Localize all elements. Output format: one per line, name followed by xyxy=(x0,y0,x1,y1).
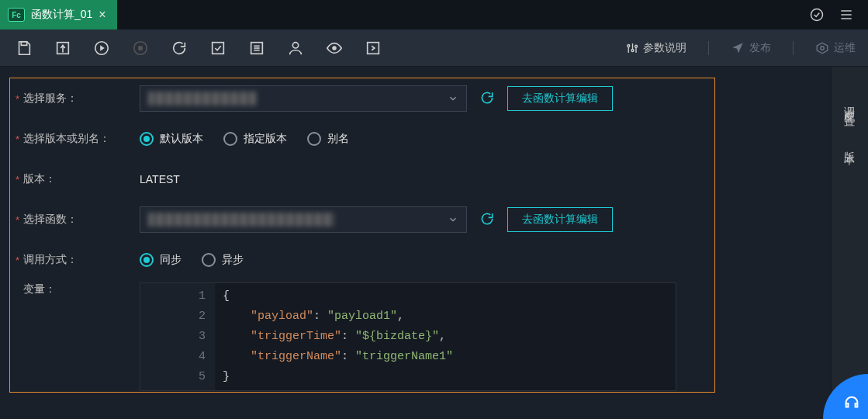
radio-alias[interactable]: 别名 xyxy=(307,132,349,146)
label-variables: 变量： xyxy=(16,282,140,296)
svg-point-26 xyxy=(821,46,825,50)
toolbar: 参数说明 发布 运维 xyxy=(0,29,868,67)
radio-default-version[interactable]: 默认版本 xyxy=(140,132,203,146)
radio-default-label: 默认版本 xyxy=(160,132,203,146)
svg-rect-10 xyxy=(138,46,143,50)
tab-bar: Fc 函数计算_01 × xyxy=(0,0,868,29)
publish-button[interactable]: 发布 xyxy=(731,41,771,55)
radio-specific-version[interactable]: 指定版本 xyxy=(223,132,287,146)
radio-sync[interactable]: 同步 xyxy=(140,253,182,267)
params-desc-label: 参数说明 xyxy=(643,41,686,55)
ops-label: 运维 xyxy=(834,41,856,55)
svg-point-0 xyxy=(811,9,823,21)
svg-point-23 xyxy=(635,45,638,47)
sync-status-icon[interactable] xyxy=(809,7,825,23)
line-no: 4 xyxy=(140,347,206,367)
editor-code[interactable]: { "payload": "payload1", "triggerTime": … xyxy=(215,283,676,390)
separator xyxy=(708,41,709,55)
svg-rect-11 xyxy=(213,42,224,54)
svg-rect-18 xyxy=(368,42,379,54)
function-select[interactable] xyxy=(140,206,467,233)
run-icon[interactable] xyxy=(93,40,110,57)
fc-badge: Fc xyxy=(8,8,25,22)
edit-function-button[interactable]: 去函数计算编辑 xyxy=(507,207,613,232)
line-no: 5 xyxy=(140,367,206,387)
svg-point-17 xyxy=(332,46,337,50)
export-icon[interactable] xyxy=(365,40,382,57)
user-icon[interactable] xyxy=(287,40,304,57)
side-panel: 调度配置 版本 xyxy=(831,67,868,419)
reload-icon[interactable] xyxy=(171,40,188,57)
service-select[interactable] xyxy=(140,85,467,112)
label-select-function: 选择函数： xyxy=(16,213,140,227)
tab-close-icon[interactable]: × xyxy=(99,8,105,22)
radio-async-label: 异步 xyxy=(222,253,244,267)
refresh-function-icon[interactable] xyxy=(479,211,495,229)
line-no: 2 xyxy=(140,306,206,327)
version-value: LATEST xyxy=(140,173,180,185)
label-select-service: 选择服务： xyxy=(16,92,140,106)
checkbox-icon[interactable] xyxy=(209,40,227,57)
editor-gutter: 1 2 3 4 5 xyxy=(140,283,215,390)
tab-active[interactable]: Fc 函数计算_01 × xyxy=(0,0,117,29)
svg-point-21 xyxy=(631,49,634,51)
radio-sync-label: 同步 xyxy=(160,253,182,267)
params-desc-button[interactable]: 参数说明 xyxy=(624,41,686,55)
eye-icon[interactable] xyxy=(326,40,343,57)
separator xyxy=(793,41,794,55)
svg-rect-4 xyxy=(21,41,26,45)
side-tab-version[interactable]: 版本 xyxy=(843,143,857,149)
stop-icon xyxy=(132,40,149,57)
json-editor[interactable]: 1 2 3 4 5 { "payload": "payload1", "trig… xyxy=(140,282,676,391)
label-select-version-alias: 选择版本或别名： xyxy=(16,132,140,146)
label-invoke-mode: 调用方式： xyxy=(16,253,140,267)
headset-icon xyxy=(843,394,860,411)
hamburger-menu-icon[interactable] xyxy=(839,7,854,23)
save-icon[interactable] xyxy=(16,40,33,57)
refresh-service-icon[interactable] xyxy=(479,90,495,108)
upload-icon[interactable] xyxy=(54,40,71,57)
main-area: 选择服务： 去函数计算编辑 选择版本或别名： 默认版本 指定版本 别名 版本： xyxy=(0,67,868,419)
list-icon[interactable] xyxy=(248,40,265,57)
radio-async[interactable]: 异步 xyxy=(202,253,244,267)
form-zone: 选择服务： 去函数计算编辑 选择版本或别名： 默认版本 指定版本 别名 版本： xyxy=(0,67,831,419)
chevron-down-icon xyxy=(448,214,458,225)
chevron-down-icon xyxy=(448,93,458,104)
tab-title: 函数计算_01 xyxy=(31,8,92,22)
redacted-value xyxy=(148,213,334,227)
redacted-value xyxy=(148,92,257,106)
radio-specific-label: 指定版本 xyxy=(244,132,287,146)
svg-point-19 xyxy=(628,44,630,47)
side-tab-schedule[interactable]: 调度配置 xyxy=(843,98,857,110)
ops-button[interactable]: 运维 xyxy=(815,41,856,55)
publish-label: 发布 xyxy=(749,41,771,55)
radio-alias-label: 别名 xyxy=(327,132,349,146)
line-no: 3 xyxy=(140,327,206,347)
svg-point-16 xyxy=(292,42,298,47)
line-no: 1 xyxy=(140,286,206,306)
edit-service-button[interactable]: 去函数计算编辑 xyxy=(507,86,613,111)
label-version: 版本： xyxy=(16,172,140,186)
svg-marker-8 xyxy=(100,45,105,50)
svg-marker-25 xyxy=(817,43,828,54)
